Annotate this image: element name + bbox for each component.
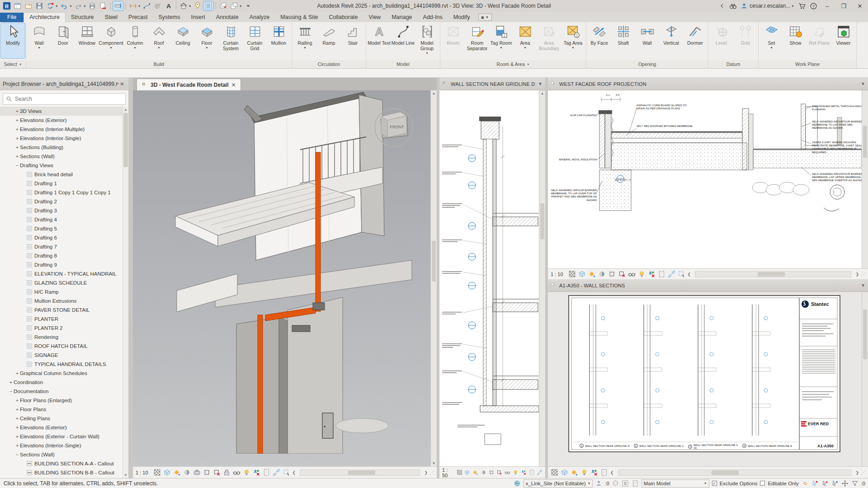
cube-icon[interactable] xyxy=(163,469,171,476)
resize-grip[interactable]: ⋰ xyxy=(861,272,865,277)
tree-item-drafting-5[interactable]: Drafting 5 xyxy=(0,224,128,233)
caret-down-icon[interactable] xyxy=(243,1,253,10)
sun-icon[interactable] xyxy=(173,469,181,476)
sun-icon[interactable] xyxy=(571,469,578,476)
account-menu[interactable]: cesar.r.escalan... ▼ xyxy=(741,2,794,9)
save-icon[interactable] xyxy=(34,1,44,10)
home-icon[interactable] xyxy=(179,1,189,10)
scroll-right-icon[interactable]: ❯ xyxy=(855,470,859,475)
plus-toggle-icon[interactable]: + xyxy=(8,380,14,385)
ribbon-tab-view[interactable]: View xyxy=(363,13,387,22)
plus-toggle-icon[interactable]: + xyxy=(14,443,20,448)
vertical-button[interactable]: Vertical xyxy=(659,23,683,58)
ribbon-tab-structure[interactable]: Structure xyxy=(66,13,99,22)
tree-item-elevations-interior-single-[interactable]: +Elevations (Interior-Single) xyxy=(0,441,128,450)
glasses-icon[interactable] xyxy=(505,469,510,476)
shadows-icon[interactable] xyxy=(183,469,191,476)
crop-x-icon[interactable] xyxy=(496,469,502,476)
by-face-button[interactable]: By Face xyxy=(587,23,611,58)
view-tab-close-icon[interactable]: ✕ xyxy=(231,82,236,88)
import-doc-icon[interactable] xyxy=(98,1,108,10)
tree-item-drafting-9[interactable]: Drafting 9 xyxy=(0,260,128,269)
tree-item-paver-stone-detail[interactable]: PAVER STONE DETAIL xyxy=(0,305,128,314)
floor-button[interactable]: Floor▼ xyxy=(195,23,219,58)
print-icon[interactable] xyxy=(87,1,97,10)
tree-item-sections-building-[interactable]: +Sections (Building) xyxy=(0,143,128,152)
door-button[interactable]: Door xyxy=(51,23,75,58)
browser-search[interactable] xyxy=(3,93,126,105)
view-tab-active[interactable]: 3D - West Facade Room Detail ✕ xyxy=(137,79,241,90)
plus-toggle-icon[interactable]: + xyxy=(14,416,20,421)
design-option-combo[interactable]: Main Model ▼ xyxy=(642,479,709,488)
drag-elements-icon[interactable] xyxy=(811,480,819,487)
view-scale[interactable]: 1 : 10 xyxy=(136,470,148,475)
tree-item-elevations-exterior-curtain-wall-[interactable]: +Elevations (Exterior - Curtain Wall) xyxy=(0,432,128,441)
plus-toggle-icon[interactable]: + xyxy=(14,371,20,376)
dormer-button[interactable]: Dormer xyxy=(683,23,707,58)
doc-icon[interactable] xyxy=(263,469,270,476)
editable-only-checkbox[interactable] xyxy=(760,481,765,486)
tree-item-drafting-1-copy-1-copy-1-copy-1[interactable]: Drafting 1 Copy 1 Copy 1 Copy 1 xyxy=(0,188,128,197)
ribbon-tab-file[interactable]: File xyxy=(0,13,24,22)
view-scale[interactable]: 1 : 10 xyxy=(551,272,563,277)
camera-icon[interactable] xyxy=(193,469,201,476)
ceiling-button[interactable]: Ceiling xyxy=(171,23,195,58)
shaft-button[interactable]: Shaft xyxy=(611,23,635,58)
horizontal-scrollbar[interactable] xyxy=(300,469,420,476)
curtain-system-button[interactable]: Curtain System xyxy=(219,23,243,58)
doc-icon[interactable] xyxy=(658,270,665,278)
chevron-down-icon[interactable]: ▼ xyxy=(55,5,58,8)
shadows-icon[interactable] xyxy=(598,270,606,278)
undo-icon[interactable] xyxy=(59,1,69,10)
tree-item-drafting-views[interactable]: −Drafting Views xyxy=(0,161,128,170)
selbox-icon[interactable] xyxy=(283,469,290,476)
tree-item-elevations-interior-single-[interactable]: +Elevations (Interior-Single) xyxy=(0,134,128,143)
ribbon-group-label[interactable]: Room & Area▼ xyxy=(440,60,586,68)
scroll-right-icon[interactable]: ❯ xyxy=(424,470,428,475)
tree-item-brick-head-detail[interactable]: Brick head detail xyxy=(0,170,128,179)
cube-icon[interactable] xyxy=(578,270,586,278)
cube-icon[interactable] xyxy=(561,469,568,476)
tree-item-sections-wall-[interactable]: +Sections (Wall) xyxy=(0,152,128,161)
bulb-icon[interactable] xyxy=(243,469,250,476)
design-options-icon[interactable] xyxy=(622,480,629,487)
tree-item-elevations-interior-multiple-[interactable]: +Elevations (Interior-Multiple) xyxy=(0,125,128,134)
help-icon[interactable]: ? xyxy=(810,2,817,10)
tree-item-elevations-exterior-[interactable]: +Elevations (Exterior) xyxy=(0,423,128,432)
sun-icon[interactable] xyxy=(588,270,596,278)
minus-toggle-icon[interactable]: − xyxy=(8,389,14,394)
central-model-icon[interactable] xyxy=(612,480,619,487)
component-button[interactable]: Component▼ xyxy=(99,23,123,58)
crop-icon[interactable] xyxy=(608,270,616,278)
wall-section-canvas[interactable] xyxy=(439,90,539,466)
restore-button[interactable]: ❐ xyxy=(837,1,850,11)
column-button[interactable]: Column▼ xyxy=(123,23,147,58)
model-text-button[interactable]: AModel Text xyxy=(367,23,391,58)
scroll-up-icon[interactable]: ▲ xyxy=(123,107,128,113)
shadows-icon[interactable] xyxy=(481,469,486,476)
checker-icon[interactable] xyxy=(568,270,576,278)
tree-item-drafting-8[interactable]: Drafting 8 xyxy=(0,251,128,260)
select-links-icon[interactable] xyxy=(821,480,829,487)
set-button[interactable]: Set▼ xyxy=(760,23,783,58)
cube-icon[interactable] xyxy=(464,469,470,476)
search-binoculars-icon[interactable] xyxy=(729,2,737,10)
plus-toggle-icon[interactable]: + xyxy=(14,154,20,159)
railing-button[interactable]: Railing▼ xyxy=(293,23,317,58)
crop-x-icon[interactable] xyxy=(618,270,626,278)
tree-item-coordination[interactable]: +Coordination xyxy=(0,378,128,387)
bulb-icon[interactable] xyxy=(513,469,519,476)
sheet-scrollbar[interactable] xyxy=(862,292,868,466)
tree-item-drafting-1[interactable]: Drafting 1 xyxy=(0,179,128,188)
plus-toggle-icon[interactable]: + xyxy=(14,434,20,439)
wall-section-scrollbar[interactable]: ▲ xyxy=(539,90,545,466)
measure-icon[interactable] xyxy=(113,1,123,10)
ribbon-tab-annotate[interactable]: Annotate xyxy=(211,13,244,22)
crop-x-icon[interactable] xyxy=(213,469,221,476)
plus-toggle-icon[interactable]: + xyxy=(14,127,20,132)
checker-icon[interactable] xyxy=(457,469,462,476)
ramp-button[interactable]: Ramp xyxy=(317,23,341,58)
mullion-button[interactable]: Mullion xyxy=(267,23,291,58)
plus-toggle-icon[interactable]: + xyxy=(14,425,20,430)
ribbon-tab-insert[interactable]: Insert xyxy=(185,13,210,22)
